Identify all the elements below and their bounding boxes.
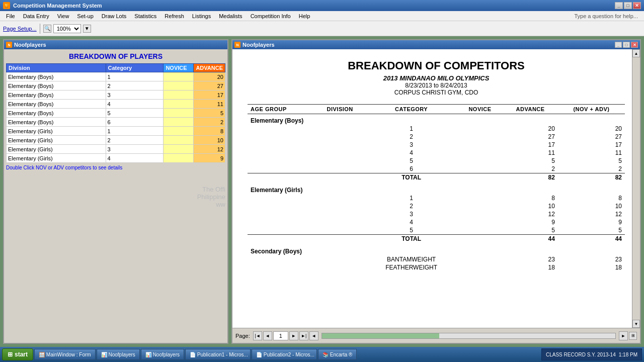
taskbar-system-tray: CLASS RECORD S.Y. 2013-14 1:18 PM: [541, 348, 642, 360]
taskbar-icon-encarta: 📚: [323, 352, 329, 357]
zoom-icon[interactable]: ⊞: [629, 332, 637, 340]
left-panel-title: Noofplayers: [14, 42, 46, 48]
close-button[interactable]: ✕: [633, 2, 641, 9]
scroll-down-button[interactable]: ▼: [632, 320, 640, 328]
table-row: Elementary (Boys) 5 5: [7, 109, 225, 118]
table-row: 4 9 9: [248, 218, 625, 226]
menu-setup[interactable]: Set-up: [73, 12, 97, 20]
taskbar-item-noofplayers2[interactable]: 📊 Noofplayers: [141, 349, 184, 360]
maximize-button[interactable]: □: [624, 2, 632, 9]
menu-competition-info[interactable]: Competition Info: [247, 12, 295, 20]
table-row: Elementary (Boys) 1 20: [7, 72, 225, 81]
col-age-group: AGE GROUP: [248, 105, 314, 114]
horizontal-scrollbar[interactable]: [321, 333, 616, 339]
title-bar: 🏆 Competition Management System _ □ ✕: [0, 0, 644, 11]
total-row-elem-girls: TOTAL 44 44: [248, 235, 625, 243]
scroll-track[interactable]: [632, 57, 640, 320]
table-row: Elementary (Girls) 3 12: [7, 145, 225, 154]
date-range: 8/23/2013 to 8/24/2013: [248, 82, 625, 89]
table-row: BANTAMWEIGHT 23 23: [248, 255, 625, 263]
start-label: start: [15, 351, 28, 358]
taskbar-icon-pub2: 📄: [256, 352, 262, 357]
scroll-thumb[interactable]: [322, 333, 439, 338]
menu-medalists[interactable]: Medalists: [215, 12, 246, 20]
table-row: Elementary (Girls) 4 9: [7, 154, 225, 163]
page-label: Page:: [235, 333, 250, 339]
nav-back-button[interactable]: ◄: [309, 331, 318, 340]
nav-forward-button[interactable]: ►: [619, 331, 628, 340]
menu-draw-lots[interactable]: Draw Lots: [98, 12, 131, 20]
left-table: Division Category NOVICE ADVANCE Element…: [6, 63, 225, 163]
vertical-scrollbar[interactable]: ▲ ▼: [632, 49, 640, 328]
watermark: The Offi Philippine ww: [6, 186, 225, 208]
taskbar: ⊞ start 🪟 MainWindow : Form 📊 Noofplayer…: [0, 347, 644, 362]
system-label: CLASS RECORD S.Y. 2013-14: [546, 352, 616, 357]
nav-last-button[interactable]: ►|: [299, 331, 308, 340]
menu-bar: File Data Entry View Set-up Draw Lots St…: [0, 11, 644, 21]
table-row: Elementary (Girls) 1 8: [7, 127, 225, 136]
breakdown-title: BREAKDOWN OF PLAYERS: [6, 52, 225, 60]
app-title: Competition Management System: [13, 3, 102, 9]
table-row: Elementary (Boys) 6 2: [7, 118, 225, 127]
zoom-in-button[interactable]: ▼: [83, 25, 91, 33]
menu-listings[interactable]: Listings: [188, 12, 215, 20]
zoom-select[interactable]: 100% 75% 150%: [53, 24, 81, 33]
taskbar-icon-n2: 📊: [145, 352, 151, 357]
taskbar-icon-main: 🪟: [39, 352, 45, 357]
start-button[interactable]: ⊞ start: [2, 348, 33, 360]
left-panel-title-bar: N Noofplayers: [4, 40, 227, 49]
taskbar-item-noofplayers1[interactable]: 📊 Noofplayers: [97, 349, 140, 360]
menu-statistics[interactable]: Statistics: [130, 12, 160, 20]
main-area: N Noofplayers BREAKDOWN OF PLAYERS Divis…: [0, 36, 644, 347]
scroll-up-button[interactable]: ▲: [632, 49, 640, 57]
report-title: BREAKDOWN OF COMPETITORS: [248, 59, 625, 72]
taskbar-icon-n1: 📊: [101, 352, 107, 357]
table-row: FEATHERWEIGHT 18 18: [248, 263, 625, 272]
right-panel: N Noofplayers _ □ ✕ BREAKDOWN OF COMPETI…: [231, 39, 641, 344]
table-row: 1 8 8: [248, 194, 625, 202]
toolbar: Page Setup... 🔍 100% 75% 150% ▼: [0, 21, 644, 36]
menu-help[interactable]: Help: [295, 12, 314, 20]
table-row: 2 27 27: [248, 133, 625, 141]
venue: CORPUS CHRISTI GYM, CDO: [248, 89, 625, 96]
menu-data-entry[interactable]: Data Entry: [19, 12, 53, 20]
taskbar-item-main[interactable]: 🪟 MainWindow : Form: [34, 349, 96, 360]
nav-prev-button[interactable]: ◄: [263, 331, 272, 340]
zoom-out-button[interactable]: 🔍: [43, 25, 51, 33]
menu-file[interactable]: File: [2, 12, 19, 20]
rp-maximize-button[interactable]: □: [623, 42, 630, 48]
total-row-elem-boys: TOTAL 82 82: [248, 173, 625, 182]
table-row: 5 5 5: [248, 157, 625, 165]
minimize-button[interactable]: _: [615, 2, 623, 9]
rp-minimize-button[interactable]: _: [615, 42, 622, 48]
right-panel-icon: N: [234, 42, 240, 48]
clock: 1:18 PM: [619, 352, 637, 357]
col-novice: NOVICE: [457, 105, 503, 114]
taskbar-item-pub1[interactable]: 📄 Publication1 - Micros...: [185, 349, 251, 360]
rp-close-button[interactable]: ✕: [631, 42, 638, 48]
table-row: Elementary (Boys) 3 17: [7, 90, 225, 100]
col-advance: ADVANCE: [503, 105, 557, 114]
right-panel-title-bar: N Noofplayers _ □ ✕: [232, 40, 640, 49]
table-row: 6 2 2: [248, 165, 625, 173]
page-input[interactable]: [273, 331, 288, 340]
left-panel-icon: N: [6, 42, 12, 48]
nav-bar: Page: |◄ ◄ ► ►| ◄ ► ⊞: [232, 328, 640, 343]
menu-refresh[interactable]: Refresh: [160, 12, 188, 20]
col-category: CATEGORY: [366, 105, 457, 114]
taskbar-item-encarta[interactable]: 📚 Encarta ®: [318, 349, 357, 360]
table-row: 5 5 5: [248, 226, 625, 235]
col-category: Category: [106, 64, 164, 72]
menu-view[interactable]: View: [53, 12, 73, 20]
taskbar-item-pub2[interactable]: 📄 Publication2 - Micros...: [252, 349, 317, 360]
table-row: 2 10 10: [248, 202, 625, 210]
right-panel-title: Noofplayers: [243, 42, 275, 48]
help-input[interactable]: Type a question for help...: [574, 13, 642, 19]
page-setup-label[interactable]: Page Setup...: [3, 26, 37, 32]
table-row: Elementary (Girls) 2 10: [7, 136, 225, 145]
table-row: 3 12 12: [248, 210, 625, 218]
nav-first-button[interactable]: |◄: [253, 331, 262, 340]
nav-next-button[interactable]: ►: [289, 331, 298, 340]
table-row: 4 11 11: [248, 149, 625, 157]
group-header-elem-boys: Elementary (Boys): [248, 114, 625, 125]
